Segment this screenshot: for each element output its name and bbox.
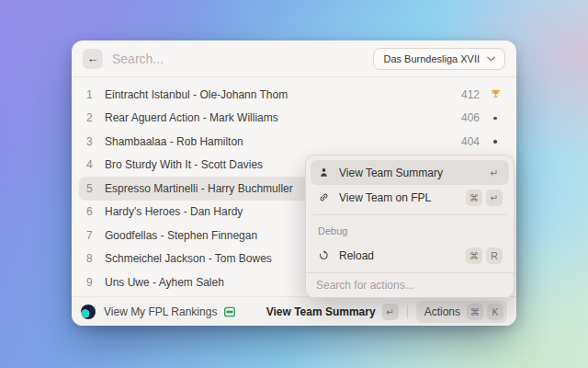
trophy-icon	[489, 88, 502, 100]
table-row[interactable]: 3 Shambaalaa - Rob Hamilton 404	[79, 130, 509, 154]
actions-button[interactable]: Actions ⌘ K	[416, 301, 507, 323]
menu-section-debug: Debug	[311, 220, 509, 243]
actions-menu: View Team Summary ↵ View Team on FPL ⌘ ↵	[305, 155, 514, 298]
k-keycap: K	[487, 304, 503, 320]
link-icon	[317, 191, 331, 203]
cmd-keycap: ⌘	[466, 190, 482, 206]
menu-item-label: View Team on FPL	[339, 191, 466, 204]
cmd-keycap: ⌘	[466, 247, 482, 264]
return-keycap: ↵	[486, 165, 503, 181]
fpl-app-icon	[81, 305, 96, 319]
dot-marker	[489, 140, 502, 144]
row-label: Eintracht Istanbul - Ole-Johann Thom	[105, 88, 461, 101]
chevron-down-icon	[487, 56, 495, 62]
table-row[interactable]: 2 Rear Aguerd Action - Mark Williams 406	[79, 107, 509, 131]
actions-label: Actions	[424, 305, 460, 318]
menu-item-label: Reload	[339, 249, 466, 262]
row-rank: 1	[86, 88, 97, 101]
row-rank: 4	[86, 158, 97, 171]
actions-menu-items: View Team Summary ↵ View Team on FPL ⌘ ↵	[306, 155, 514, 272]
back-arrow-icon: ←	[87, 52, 99, 65]
command-title: View My FPL Rankings	[104, 305, 217, 318]
row-rank: 7	[86, 229, 97, 242]
menu-item-view-team-on-fpl[interactable]: View Team on FPL ⌘ ↵	[311, 185, 509, 210]
return-keycap: ↵	[382, 304, 399, 320]
row-label: Rear Aguerd Action - Mark Williams	[105, 111, 461, 124]
return-keycap: ↵	[486, 190, 503, 206]
league-selector-value: Das Burndesliga XVII	[383, 53, 480, 64]
status-bar: View My FPL Rankings View Team Summary ↵…	[72, 296, 516, 326]
table-row[interactable]: 1 Eintracht Istanbul - Ole-Johann Thom 4…	[79, 83, 509, 107]
menu-item-reload[interactable]: Reload ⌘ R	[311, 243, 509, 268]
menu-item-view-team-summary[interactable]: View Team Summary ↵	[311, 160, 509, 185]
league-selector-dropdown[interactable]: Das Burndesliga XVII	[373, 48, 505, 70]
row-rank: 5	[86, 182, 97, 195]
row-rank: 9	[86, 276, 97, 289]
menu-item-label: View Team Summary	[339, 167, 486, 179]
launcher-window: ← Das Burndesliga XVII 1 Eintracht Istan…	[72, 40, 516, 326]
row-points: 412	[461, 88, 480, 101]
row-rank: 3	[86, 135, 97, 148]
reload-icon	[317, 249, 331, 261]
header: ← Das Burndesliga XVII	[72, 40, 516, 77]
row-rank: 8	[86, 252, 97, 265]
person-icon	[317, 167, 331, 178]
row-points: 406	[461, 111, 480, 124]
footer-divider	[407, 305, 408, 318]
row-label: Shambaalaa - Rob Hamilton	[105, 135, 461, 148]
row-rank: 6	[86, 205, 97, 218]
primary-action-label[interactable]: View Team Summary	[266, 305, 376, 318]
back-button[interactable]: ←	[83, 49, 103, 69]
actions-search[interactable]	[306, 272, 514, 297]
actions-search-input[interactable]	[316, 279, 503, 292]
search-input[interactable]	[112, 52, 373, 66]
rankings-list-icon	[223, 305, 236, 318]
row-rank: 2	[86, 111, 97, 124]
cmd-keycap: ⌘	[467, 304, 483, 320]
menu-separator	[313, 214, 506, 215]
dot-marker	[489, 117, 502, 121]
row-points: 404	[461, 135, 480, 148]
r-keycap: R	[486, 247, 503, 264]
